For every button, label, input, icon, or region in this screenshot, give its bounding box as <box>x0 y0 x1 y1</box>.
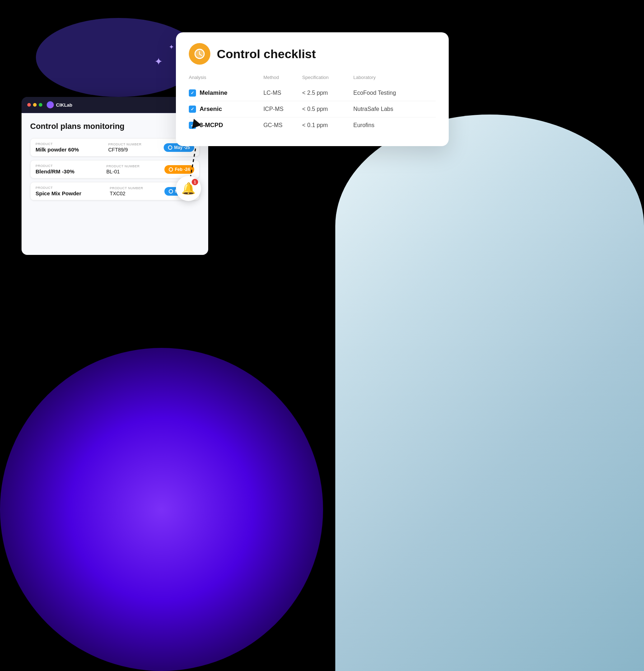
checklist-row-1: MelamineLC-MS< 2.5 ppmEcoFood Testing <box>189 85 436 101</box>
checkbox-2[interactable] <box>189 106 196 113</box>
method-cell-2: ICP-MS <box>263 101 302 117</box>
app-title: Control plans monitoring <box>30 122 200 131</box>
specification-cell-3: < 0.1 ppm <box>302 117 353 133</box>
col-header-method: Method <box>263 75 302 85</box>
checklist-row-3: 3-MCPDGC-MS< 0.1 ppmEurofins <box>189 117 436 133</box>
product-number-label-1: Product number <box>108 143 142 146</box>
person-image-area <box>321 97 644 671</box>
logo-text: CIKLab <box>56 102 73 108</box>
checklist-header: Control checklist <box>189 43 436 65</box>
product-name-2: Blend/RM -30% <box>36 168 74 174</box>
product-label-3: Product <box>36 186 81 190</box>
product-number-section-1: Product number CFT89/9 <box>108 143 142 153</box>
product-label-2: Product <box>36 164 74 168</box>
date-text-2: Feb -24 <box>175 167 190 172</box>
product-label-1: Product <box>36 142 79 146</box>
sparkle-icon-2: ✦ <box>169 43 174 51</box>
clock-icon-3 <box>169 189 173 194</box>
product-name-1: Milk powder 60% <box>36 146 79 153</box>
checklist-title: Control checklist <box>217 47 316 61</box>
specification-cell-2: < 0.5 ppm <box>302 101 353 117</box>
col-header-laboratory: Laboratory <box>353 75 436 85</box>
col-header-analysis: Analysis <box>189 75 263 85</box>
analysis-name-3: 3-MCPD <box>200 122 223 129</box>
analysis-name-1: Melamine <box>200 89 227 97</box>
checklist-card: Control checklist Analysis Method Specif… <box>176 32 449 146</box>
method-cell-1: LC-MS <box>263 85 302 101</box>
date-badge-2: Feb -24 <box>164 165 194 174</box>
background-gradient <box>0 348 323 671</box>
product-number-label-3: Product number <box>110 186 143 190</box>
product-number-section-3: Product number TXC02 <box>110 186 143 196</box>
product-number-3: TXC02 <box>110 191 143 196</box>
clock-icon-circle <box>189 43 210 65</box>
product-info-1: Product Milk powder 60% <box>36 142 79 153</box>
app-logo: CIKLab <box>47 101 73 108</box>
specification-cell-1: < 2.5 ppm <box>302 85 353 101</box>
close-dot[interactable] <box>27 103 31 107</box>
analysis-cell-1: Melamine <box>189 85 263 101</box>
maximize-dot[interactable] <box>39 103 42 107</box>
product-name-3: Spice Mix Powder <box>36 190 81 196</box>
bell-badge-count: 1 <box>192 179 198 185</box>
product-number-2: BL-01 <box>106 169 140 174</box>
col-header-specification: Specification <box>302 75 353 85</box>
checklist-row-2: ArsenicICP-MS< 0.5 ppmNutraSafe Labs <box>189 101 436 117</box>
minimize-dot[interactable] <box>33 103 37 107</box>
product-card-3[interactable]: Product Spice Mix Powder Product number … <box>30 182 200 200</box>
window-controls <box>27 103 42 107</box>
product-card-2[interactable]: Product Blend/RM -30% Product number BL-… <box>30 160 200 178</box>
product-info-2: Product Blend/RM -30% <box>36 164 74 174</box>
product-card-1[interactable]: Product Milk powder 60% Product number C… <box>30 138 200 157</box>
product-number-1: CFT89/9 <box>108 147 142 153</box>
analysis-name-2: Arsenic <box>200 106 222 113</box>
product-number-section-2: Product number BL-01 <box>106 164 140 174</box>
person-silhouette <box>335 115 644 671</box>
analysis-cell-2: Arsenic <box>189 101 263 117</box>
clock-svg-icon <box>193 48 206 60</box>
laboratory-cell-2: NutraSafe Labs <box>353 101 436 117</box>
product-number-label-2: Product number <box>106 164 140 168</box>
method-cell-3: GC-MS <box>263 117 302 133</box>
laboratory-cell-3: Eurofins <box>353 117 436 133</box>
laboratory-cell-1: EcoFood Testing <box>353 85 436 101</box>
bell-notification[interactable]: 🔔 1 <box>176 176 201 201</box>
sparkle-icon-1: ✦ <box>154 56 163 67</box>
product-info-3: Product Spice Mix Powder <box>36 186 81 196</box>
clock-icon-2 <box>169 167 173 172</box>
checklist-table: Analysis Method Specification Laboratory… <box>189 75 436 133</box>
clock-icon-1 <box>168 145 172 150</box>
logo-icon <box>47 101 54 108</box>
checkbox-1[interactable] <box>189 89 196 97</box>
